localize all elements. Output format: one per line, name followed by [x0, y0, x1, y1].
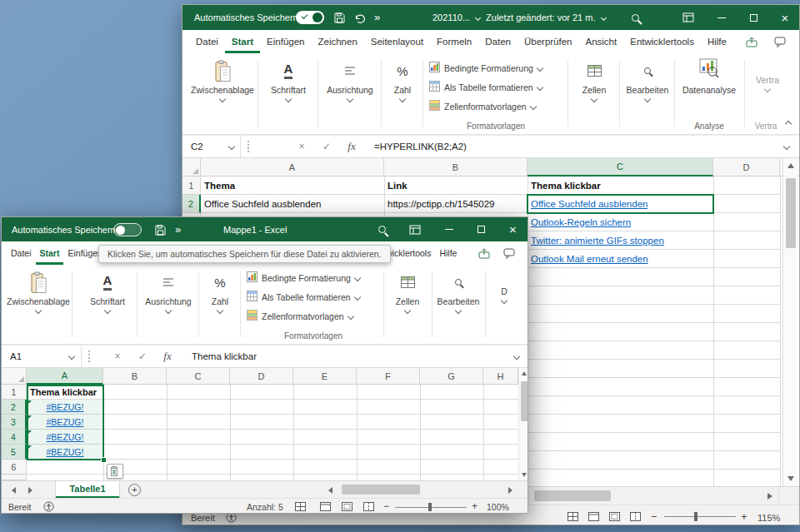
- cancel-icon[interactable]: ×: [107, 346, 128, 367]
- column-header-B[interactable]: B: [384, 158, 528, 177]
- column-header-F[interactable]: F: [357, 368, 420, 385]
- insert-function-icon[interactable]: fx: [341, 136, 362, 157]
- column-header-H[interactable]: H: [483, 368, 518, 385]
- minimize-button[interactable]: [433, 217, 465, 241]
- column-header-E[interactable]: E: [293, 368, 357, 385]
- font-group-button[interactable]: A Schriftart: [82, 270, 133, 313]
- enter-icon[interactable]: ✓: [132, 346, 153, 367]
- alignment-group-button[interactable]: Ausrichtung: [322, 58, 378, 102]
- alignment-group-button[interactable]: Ausrichtung: [142, 270, 195, 313]
- scroll-up-icon[interactable]: [788, 163, 794, 168]
- cell-C4-hyperlink[interactable]: Twitter: animierte GIFs stoppen: [531, 231, 664, 250]
- hscroll-right-icon[interactable]: [508, 487, 512, 494]
- tab-zeichnen[interactable]: Zeichnen: [311, 30, 363, 53]
- column-header-C[interactable]: C: [528, 158, 713, 177]
- row-header-2[interactable]: 2: [182, 195, 201, 213]
- tab-daten[interactable]: Daten: [478, 30, 518, 53]
- status-grid-icon[interactable]: [568, 512, 578, 523]
- fill-handle[interactable]: [101, 457, 107, 463]
- editing-group-button[interactable]: Bearbeiten: [624, 58, 671, 102]
- comment-icon[interactable]: [774, 36, 786, 51]
- row-header-1[interactable]: 1: [182, 177, 201, 195]
- font-group-button[interactable]: A Schriftart: [262, 58, 314, 102]
- zoom-out-button[interactable]: −: [651, 510, 658, 523]
- cell-C5-hyperlink[interactable]: Outlook Mail erneut senden: [531, 250, 648, 268]
- tab-seitenlayout[interactable]: Seitenlayout: [364, 30, 430, 53]
- cell-A2[interactable]: Office Suchfeld ausblenden: [204, 195, 321, 213]
- zoom-in-button[interactable]: +: [741, 510, 748, 523]
- column-header-A[interactable]: A: [201, 158, 384, 177]
- column-header-B[interactable]: B: [103, 368, 167, 385]
- row-header-1[interactable]: 1: [2, 385, 27, 400]
- filename[interactable]: 202110...: [432, 12, 470, 22]
- row-header-2[interactable]: 2: [2, 400, 27, 415]
- formula-bar-expand-icon[interactable]: [783, 143, 790, 150]
- minimize-button[interactable]: [706, 5, 738, 30]
- hscroll-right-icon[interactable]: [768, 493, 772, 500]
- name-box[interactable]: C2: [182, 136, 241, 157]
- tab-formeln[interactable]: Formeln: [430, 30, 478, 53]
- vertical-scroll-thumb[interactable]: [786, 178, 796, 248]
- quick-access-chevrons[interactable]: »: [374, 11, 380, 23]
- zoom-percentage[interactable]: 115%: [758, 513, 780, 523]
- format-as-table-button[interactable]: Als Tabelle formatieren: [429, 79, 542, 96]
- row-header-3[interactable]: 3: [2, 415, 27, 430]
- truncated-group-button[interactable]: D: [490, 286, 518, 303]
- conditional-formatting-button[interactable]: Bedingte Formatierung: [247, 270, 360, 286]
- enter-icon[interactable]: ✓: [316, 136, 338, 157]
- tab-ueberpruefen[interactable]: Überprüfen: [518, 30, 579, 53]
- maximize-button[interactable]: [465, 217, 497, 241]
- maximize-button[interactable]: [738, 5, 769, 30]
- column-header-D[interactable]: D: [713, 158, 780, 177]
- sensitivity-group-button[interactable]: Vertra: [749, 75, 786, 92]
- cell-styles-button[interactable]: Zellenformatvorlagen: [429, 98, 536, 115]
- tab-datei[interactable]: Datei: [189, 30, 225, 53]
- scroll-up-icon[interactable]: [522, 371, 527, 375]
- cells-group-button[interactable]: Zellen: [572, 58, 616, 102]
- status-count[interactable]: Anzahl: 5: [247, 502, 283, 512]
- cell-A5-error[interactable]: #BEZUG!: [27, 445, 103, 460]
- cancel-icon[interactable]: ×: [291, 136, 312, 157]
- cell-A2-error[interactable]: #BEZUG!: [27, 400, 103, 415]
- name-box-dropdown-icon[interactable]: [68, 353, 75, 360]
- sheet-tab-tabelle1[interactable]: Tabelle1: [55, 481, 120, 498]
- clipboard-group-button[interactable]: Zwischenablage: [191, 58, 254, 102]
- cell-A1[interactable]: Thema klickbar: [30, 385, 102, 400]
- tab-ansicht[interactable]: Ansicht: [579, 30, 624, 53]
- save-icon[interactable]: [334, 12, 345, 27]
- column-header-C[interactable]: C: [167, 368, 230, 385]
- sheet-nav-next-icon[interactable]: [28, 487, 32, 494]
- normal-view-icon[interactable]: [320, 502, 331, 513]
- tab-hilfe[interactable]: Hilfe: [701, 30, 733, 53]
- cell-A1[interactable]: Thema: [204, 177, 235, 195]
- autosave-toggle-on[interactable]: [296, 11, 324, 24]
- accessibility-icon[interactable]: [43, 501, 54, 514]
- search-button[interactable]: [367, 217, 397, 241]
- close-button[interactable]: ×: [497, 217, 528, 241]
- column-header-A[interactable]: A: [27, 368, 103, 385]
- cell-C3-hyperlink[interactable]: Outlook-Regeln sichern: [531, 213, 631, 231]
- autosave-toggle-off[interactable]: [113, 223, 142, 236]
- modified-dropdown-icon[interactable]: [600, 14, 606, 20]
- share-icon[interactable]: [478, 247, 490, 262]
- formula-input[interactable]: =HYPERLINK(B2;A2): [374, 142, 467, 152]
- page-layout-view-icon[interactable]: [342, 502, 352, 513]
- tab-einfuegen[interactable]: Einfügen: [260, 30, 311, 53]
- row-header-5[interactable]: 5: [2, 445, 27, 460]
- select-all-corner[interactable]: [182, 158, 201, 177]
- ribbon-display-options-button[interactable]: [400, 217, 430, 241]
- column-header-D[interactable]: D: [230, 368, 293, 385]
- scroll-down-icon[interactable]: [522, 473, 527, 477]
- cell-A3-error[interactable]: #BEZUG!: [27, 415, 103, 430]
- tab-start[interactable]: Start: [225, 30, 260, 53]
- vertical-scroll-thumb[interactable]: [521, 381, 528, 421]
- undo-icon[interactable]: [354, 12, 366, 27]
- comment-icon[interactable]: [503, 247, 515, 262]
- document-title-group[interactable]: 202110... Zuletzt geändert: vor 21 m.: [432, 12, 606, 22]
- column-header-G[interactable]: G: [420, 368, 483, 385]
- hscroll-left-icon[interactable]: [328, 487, 332, 494]
- zoom-slider-handle[interactable]: [694, 512, 698, 521]
- name-box-dropdown-icon[interactable]: [228, 143, 235, 150]
- cell-C1[interactable]: Thema klickbar: [531, 177, 601, 195]
- zoom-slider-track[interactable]: [664, 516, 736, 517]
